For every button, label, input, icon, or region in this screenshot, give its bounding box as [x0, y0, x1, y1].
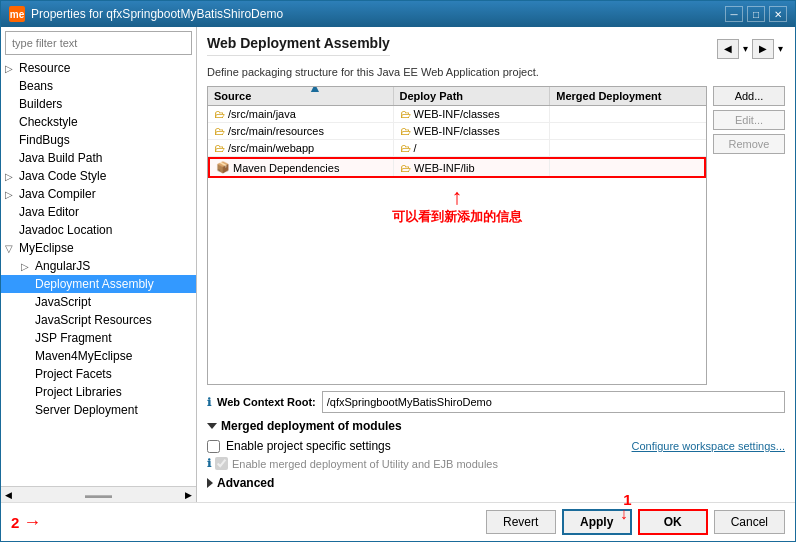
merged-deployment-section: Merged deployment of modules Enable proj…: [207, 419, 785, 476]
table-row-maven[interactable]: 📦 Maven Dependencies 🗁 WEB-INF/lib: [208, 157, 706, 178]
panel-title: Web Deployment Assembly: [207, 35, 390, 56]
sidebar-item-project-libraries[interactable]: Project Libraries: [1, 383, 196, 401]
sidebar-item-java-build-path[interactable]: Java Build Path: [1, 149, 196, 167]
sidebar-item-javadoc[interactable]: Javadoc Location: [1, 221, 196, 239]
right-panel: Web Deployment Assembly ◀ ▾ ▶ ▾ Define p…: [197, 27, 795, 502]
remove-button[interactable]: Remove: [713, 134, 785, 154]
sidebar-item-myeclipse[interactable]: ▽ MyEclipse: [1, 239, 196, 257]
context-root-input[interactable]: [322, 391, 785, 413]
nav-forward-button[interactable]: ▶: [752, 39, 774, 59]
sidebar-scrollbar[interactable]: ◀ ▬▬▬ ▶: [1, 486, 196, 502]
revert-button[interactable]: Revert: [486, 510, 556, 534]
annotation-arrow-1: ↓: [620, 505, 628, 523]
workspace-settings-link[interactable]: Configure workspace settings...: [632, 440, 785, 452]
enable-project-settings-row: Enable project specific settings Configu…: [207, 439, 785, 453]
sidebar-item-javascript-resources[interactable]: JavaScript Resources: [1, 311, 196, 329]
folder-icon: 🗁: [400, 125, 411, 137]
sidebar-item-project-facets[interactable]: Project Facets: [1, 365, 196, 383]
folder-icon: 🗁: [400, 162, 411, 174]
sidebar-item-server-deployment[interactable]: Server Deployment: [1, 401, 196, 419]
annotation-arrow-icon: ↑: [452, 186, 463, 208]
cancel-button[interactable]: Cancel: [714, 510, 785, 534]
window-title: Properties for qfxSpringbootMyBatisShiro…: [31, 7, 283, 21]
sidebar-item-maven4myeclipse[interactable]: Maven4MyEclipse: [1, 347, 196, 365]
sidebar-item-checkstyle[interactable]: Checkstyle: [1, 113, 196, 131]
nav-back-button[interactable]: ◀: [717, 39, 739, 59]
advanced-label: Advanced: [217, 476, 274, 490]
info-icon-2: ℹ: [207, 457, 211, 470]
advanced-section: Advanced: [207, 476, 785, 490]
annotation-text: 可以看到新添加的信息: [392, 208, 522, 226]
annotation-num2: 2: [11, 514, 19, 531]
expand-icon: ▷: [5, 63, 17, 74]
sidebar-item-builders[interactable]: Builders: [1, 95, 196, 113]
tree: ▷ Resource Beans Builders Checkstyle: [1, 59, 196, 486]
sidebar: ▷ Resource Beans Builders Checkstyle: [1, 27, 197, 502]
table-row-3[interactable]: 🗁 /src/main/webapp 🗁 /: [208, 140, 706, 157]
folder-icon: 🗁: [214, 125, 225, 137]
annotation-arrow-2: →: [23, 512, 41, 533]
advanced-expand-icon: [207, 478, 213, 488]
scroll-left-icon[interactable]: ◀: [5, 490, 12, 500]
sidebar-item-deployment-assembly[interactable]: Deployment Assembly: [1, 275, 196, 293]
col-source: Source: [208, 87, 394, 105]
sidebar-item-findbugs[interactable]: FindBugs: [1, 131, 196, 149]
sidebar-item-javascript[interactable]: JavaScript: [1, 293, 196, 311]
table-row-2[interactable]: 🗁 /src/main/resources 🗁 WEB-INF/classes: [208, 123, 706, 140]
sidebar-item-beans[interactable]: Beans: [1, 77, 196, 95]
ejb-label: Enable merged deployment of Utility and …: [232, 458, 498, 470]
sidebar-item-jsp-fragment[interactable]: JSP Fragment: [1, 329, 196, 347]
context-root-label: Web Context Root:: [217, 396, 316, 408]
title-bar: me Properties for qfxSpringbootMyBatisSh…: [1, 1, 795, 27]
sidebar-item-java-code-style[interactable]: ▷ Java Code Style: [1, 167, 196, 185]
edit-button[interactable]: Edit...: [713, 110, 785, 130]
sort-up-icon: ▲: [308, 86, 322, 95]
context-root-row: ℹ Web Context Root:: [207, 391, 785, 413]
minimize-button[interactable]: ─: [725, 6, 743, 22]
ejb-modules-row: ℹ Enable merged deployment of Utility an…: [207, 457, 785, 470]
sidebar-item-java-editor[interactable]: Java Editor: [1, 203, 196, 221]
collapse-icon: [207, 423, 217, 429]
bottom-bar: 2 → Revert 1 ↓ Apply OK Cancel: [1, 502, 795, 541]
main-content: ▷ Resource Beans Builders Checkstyle: [1, 27, 795, 502]
panel-description: Define packaging structure for this Java…: [207, 66, 785, 78]
app-icon: me: [9, 6, 25, 22]
folder-icon: 🗁: [214, 108, 225, 120]
col-merged: Merged Deployment: [550, 87, 706, 105]
maximize-button[interactable]: □: [747, 6, 765, 22]
scroll-right-icon[interactable]: ▶: [185, 490, 192, 500]
folder-icon: 🗁: [400, 142, 411, 154]
close-button[interactable]: ✕: [769, 6, 787, 22]
nav-arrows: ◀ ▾ ▶ ▾: [717, 39, 785, 59]
col-deploy: Deploy Path: [394, 87, 551, 105]
merged-section-header: Merged deployment of modules: [207, 419, 785, 433]
folder-icon: 🗁: [214, 142, 225, 154]
title-bar-left: me Properties for qfxSpringbootMyBatisSh…: [9, 6, 283, 22]
sidebar-item-resource[interactable]: ▷ Resource: [1, 59, 196, 77]
window-controls: ─ □ ✕: [725, 6, 787, 22]
jar-icon: 📦: [216, 161, 230, 174]
properties-window: me Properties for qfxSpringbootMyBatisSh…: [0, 0, 796, 542]
info-icon: ℹ: [207, 396, 211, 409]
folder-icon: 🗁: [400, 108, 411, 120]
sidebar-item-java-compiler[interactable]: ▷ Java Compiler: [1, 185, 196, 203]
filter-input[interactable]: [5, 31, 192, 55]
ok-button[interactable]: OK: [638, 509, 708, 535]
table-row-1[interactable]: 🗁 /src/main/java 🗁 WEB-INF/classes: [208, 106, 706, 123]
enable-project-settings-label: Enable project specific settings: [226, 439, 391, 453]
ejb-checkbox: [215, 457, 228, 470]
merged-section-title: Merged deployment of modules: [221, 419, 402, 433]
enable-project-settings-checkbox[interactable]: [207, 440, 220, 453]
add-button[interactable]: Add...: [713, 86, 785, 106]
sidebar-item-angularjs[interactable]: ▷ AngularJS: [1, 257, 196, 275]
